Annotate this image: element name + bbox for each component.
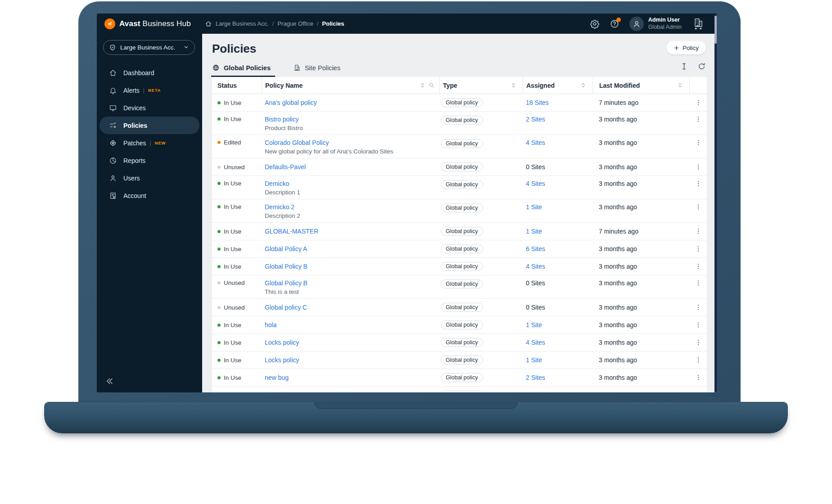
home-icon <box>109 69 117 77</box>
policy-name-link[interactable]: Demicko 2 <box>265 203 294 211</box>
policy-name-link[interactable]: Global Policy B <box>265 279 307 287</box>
sort-icon[interactable] <box>511 82 516 88</box>
sidebar-item-patches[interactable]: Patches|NEW <box>99 134 199 152</box>
row-actions-kebab-icon[interactable] <box>689 392 707 392</box>
assigned-sites-link[interactable]: 5 Sites <box>526 392 545 392</box>
table-row[interactable]: Unused Defaults-Pavel Global policy 0 Si… <box>212 158 707 176</box>
account-selector[interactable]: Large Business Acc. <box>103 40 195 55</box>
assigned-sites-link[interactable]: 4 Sites <box>526 139 545 146</box>
settings-gear-icon[interactable] <box>590 19 600 29</box>
row-actions-kebab-icon[interactable] <box>689 339 707 346</box>
sort-icon[interactable] <box>580 82 586 88</box>
table-row[interactable]: Unused Global policy C Global policy 0 S… <box>212 299 707 316</box>
policy-name-link[interactable]: new bug <box>265 374 289 381</box>
policy-name-link[interactable]: Global Policy A <box>265 245 307 252</box>
tab-global-policies[interactable]: Global Policies <box>212 64 271 77</box>
assigned-sites-link[interactable]: 18 Sites <box>526 99 549 106</box>
table-row[interactable]: In Use Global Policy A Global policy 6 S… <box>212 240 707 258</box>
row-actions-kebab-icon[interactable] <box>689 135 707 146</box>
app-logo[interactable]: Avast Business Hub <box>97 18 202 29</box>
policy-name-link[interactable]: Locks policy <box>265 356 299 364</box>
row-actions-kebab-icon[interactable] <box>689 275 707 287</box>
table-row[interactable]: In Use Demicko Description 1 Global poli… <box>212 176 707 199</box>
policy-name-link[interactable]: Locks policy <box>265 339 299 346</box>
table-row[interactable]: In Use Locks policy Global policy 1 Site… <box>212 351 707 369</box>
policy-name-link[interactable]: Ana's global policy <box>265 99 317 106</box>
policy-name-link[interactable]: New global defaults <box>265 392 320 392</box>
assigned-sites-link[interactable]: 1 Site <box>526 203 542 211</box>
policy-name-link[interactable]: Global Policy B <box>265 263 307 270</box>
add-policy-button[interactable]: Policy <box>666 41 706 54</box>
policy-name-link[interactable]: GLOBAL-MASTER <box>265 228 318 235</box>
row-actions-kebab-icon[interactable] <box>689 374 707 381</box>
table-row[interactable]: Unused Global Policy B This is a test Gl… <box>212 275 707 299</box>
row-actions-kebab-icon[interactable] <box>689 304 707 311</box>
policy-name-link[interactable]: Colorado Global Policy <box>265 139 329 146</box>
policy-name-link[interactable]: Demicko <box>265 180 289 187</box>
row-actions-kebab-icon[interactable] <box>689 176 707 187</box>
column-header-policy-name[interactable]: Policy Name <box>262 77 439 94</box>
table-row[interactable]: In Use Global Policy B Global policy 4 S… <box>212 258 707 275</box>
sidebar-collapse-icon[interactable] <box>104 376 114 386</box>
column-header-assigned[interactable]: Assigned <box>523 77 592 94</box>
table-row[interactable]: In Use hola Global policy 1 Site 3 month… <box>212 316 707 334</box>
text-cursor-icon[interactable] <box>680 62 688 71</box>
status-dot-icon <box>217 182 221 185</box>
row-actions-kebab-icon[interactable] <box>689 163 707 171</box>
breadcrumb-home-icon[interactable] <box>205 20 212 27</box>
assigned-sites-link[interactable]: 4 Sites <box>526 339 545 346</box>
assigned-sites-link[interactable]: 1 Site <box>526 356 542 364</box>
row-actions-kebab-icon[interactable] <box>689 356 707 364</box>
table-row[interactable]: In Use Locks policy Global policy 4 Site… <box>212 334 707 351</box>
account-selector-label: Large Business Acc. <box>120 44 175 51</box>
breadcrumb-account[interactable]: Large Business Acc. <box>216 20 269 27</box>
sidebar-item-alerts[interactable]: Alerts|BETA <box>99 81 199 99</box>
column-header-type[interactable]: Type <box>439 77 523 94</box>
policy-name-link[interactable]: Global policy C <box>265 304 307 311</box>
scrollbar-track[interactable] <box>714 14 717 392</box>
table-row[interactable]: In Use new bug Global policy 2 Sites 3 m… <box>212 369 707 387</box>
assigned-sites-link[interactable]: 1 Site <box>526 321 542 328</box>
row-actions-kebab-icon[interactable] <box>689 228 707 235</box>
sidebar-item-reports[interactable]: Reports <box>99 152 199 169</box>
assigned-sites-link[interactable]: 1 Site <box>526 228 542 235</box>
assigned-sites-link[interactable]: 2 Sites <box>526 374 545 381</box>
console-switcher-icon[interactable] <box>692 17 705 31</box>
assigned-sites-link[interactable]: 2 Sites <box>526 116 545 123</box>
sidebar-item-account[interactable]: Account <box>99 187 199 204</box>
column-header-status[interactable]: Status <box>212 77 262 94</box>
search-icon[interactable] <box>428 82 435 89</box>
table-row[interactable]: Edited Colorado Global Policy New global… <box>212 135 707 158</box>
table-row[interactable]: In Use GLOBAL-MASTER Global policy 1 Sit… <box>212 223 707 240</box>
policy-name-link[interactable]: Bistro policy <box>265 116 298 123</box>
scrollbar-thumb[interactable] <box>714 16 717 44</box>
policy-name-link[interactable]: Defaults-Pavel <box>265 163 306 171</box>
assigned-sites-link[interactable]: 4 Sites <box>526 180 545 187</box>
user-menu[interactable]: Admin User Global Admin <box>629 17 682 31</box>
column-header-last-modified[interactable]: Last Modified <box>592 77 689 94</box>
policy-name-link[interactable]: hola <box>265 321 276 328</box>
row-actions-kebab-icon[interactable] <box>689 321 707 328</box>
table-row[interactable]: In Use New global defaults Global policy… <box>212 387 707 392</box>
table-row[interactable]: In Use Demicko 2 Description 2 Global po… <box>212 199 707 223</box>
help-icon[interactable] <box>610 19 619 29</box>
row-actions-kebab-icon[interactable] <box>689 245 707 252</box>
tab-site-policies[interactable]: Site Policies <box>293 64 340 77</box>
row-actions-kebab-icon[interactable] <box>689 112 707 123</box>
sidebar-item-users[interactable]: Users <box>99 169 199 187</box>
row-actions-kebab-icon[interactable] <box>689 263 707 270</box>
table-row[interactable]: In Use Ana's global policy Global policy… <box>212 94 707 112</box>
assigned-sites-link[interactable]: 6 Sites <box>526 245 545 252</box>
sort-icon[interactable] <box>420 82 425 88</box>
sidebar-item-dashboard[interactable]: Dashboard <box>99 64 199 81</box>
row-actions-kebab-icon[interactable] <box>689 199 707 211</box>
row-actions-kebab-icon[interactable] <box>689 99 707 106</box>
row-status: Unused <box>212 164 262 171</box>
refresh-icon[interactable] <box>697 62 706 71</box>
table-row[interactable]: In Use Bistro policy Product Bistro Glob… <box>212 112 707 135</box>
sort-icon[interactable] <box>677 82 683 88</box>
breadcrumb-site[interactable]: Prague Office <box>277 20 313 27</box>
sidebar-item-policies[interactable]: Policies <box>99 117 199 134</box>
sidebar-item-devices[interactable]: Devices <box>99 99 199 117</box>
assigned-sites-link[interactable]: 4 Sites <box>526 263 545 270</box>
